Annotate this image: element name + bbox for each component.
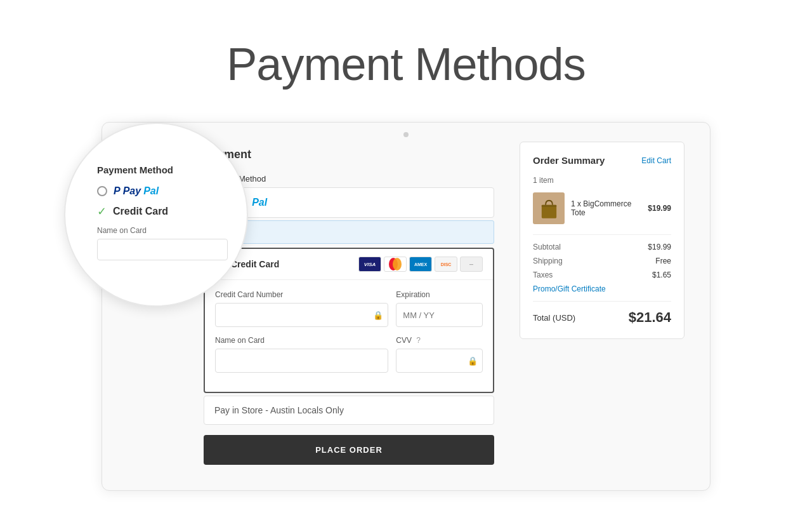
cvv-input-wrapper: 🔒	[396, 349, 483, 373]
shipping-label: Shipping	[533, 257, 563, 265]
magnifier-circle: Payment Method P PayPal ✓ Credit Card Na…	[64, 123, 248, 307]
cvv-group: CVV ? 🔒	[396, 336, 483, 373]
shipping-value: Free	[655, 257, 671, 265]
subtotal-label: Subtotal	[533, 243, 561, 251]
magnifier-name-input[interactable]	[97, 239, 228, 260]
pay-in-store-label: Pay in Store - Austin Locals Only	[214, 405, 344, 415]
credit-card-label: Credit Card	[113, 206, 168, 217]
credit-card-header[interactable]: ✓ Credit Card VISA AMEX DISC ···	[205, 249, 493, 279]
taxes-value: $1.65	[652, 271, 671, 279]
page-title: Payment Methods	[226, 38, 585, 90]
pay-in-store-item[interactable]: Pay in Store - Austin Locals Only	[204, 396, 494, 425]
subtotal-value: $19.99	[648, 243, 671, 251]
item-name: 1 x BigCommerce Tote	[571, 199, 641, 217]
order-summary-title: Order Summary	[533, 155, 605, 166]
subtotal-row: Subtotal $19.99	[533, 243, 671, 251]
divider-1	[533, 234, 671, 235]
payment-section-title: Payment	[204, 148, 494, 161]
total-row: Total (USD) $21.64	[533, 309, 671, 326]
mastercard-icon	[384, 257, 407, 272]
cc-lock-icon: 🔒	[373, 311, 383, 320]
item-details: 1 x BigCommerce Tote	[571, 199, 641, 217]
generic-card-icon: ···	[460, 257, 483, 272]
name-group: Name on Card	[215, 336, 388, 373]
promo-gift-link[interactable]: Promo/Gift Certificate	[533, 284, 671, 293]
divider-2	[533, 301, 671, 302]
name-cvv-row: Name on Card CVV ? 🔒	[215, 336, 483, 373]
item-image	[533, 192, 565, 224]
order-item: 1 x BigCommerce Tote $19.99	[533, 192, 671, 224]
discover-icon: DISC	[435, 257, 457, 272]
edit-cart-link[interactable]: Edit Cart	[641, 156, 671, 165]
right-panel: Order Summary Edit Cart 1 item 1 x BigCo…	[520, 142, 684, 465]
name-on-card-label: Name on Card	[215, 336, 388, 345]
cc-number-input[interactable]	[215, 303, 388, 327]
payment-method-label: Payment Method	[204, 174, 494, 184]
item-price: $19.99	[648, 204, 671, 213]
order-summary: Order Summary Edit Cart 1 item 1 x BigCo…	[520, 142, 684, 339]
card-icons: VISA AMEX DISC ···	[358, 257, 483, 272]
amex-icon: AMEX	[409, 257, 432, 272]
browser-window: Payment Method P PayPal ✓ Credit Card Na…	[102, 122, 710, 491]
expiration-label: Expiration	[396, 290, 483, 299]
cc-number-row: Credit Card Number 🔒 Expiration	[215, 290, 483, 327]
left-panel: Payment Method P PayPal ✓ Credit Card Na…	[128, 142, 494, 465]
cc-number-label: Credit Card Number	[215, 290, 388, 299]
order-summary-header: Order Summary Edit Cart	[533, 155, 671, 166]
magnifier-title: Payment Method	[97, 164, 228, 175]
credit-card-name: Credit Card	[231, 259, 279, 269]
tote-bag-svg	[538, 197, 560, 220]
expiration-group: Expiration	[396, 290, 483, 327]
magnifier-field-label: Name on Card	[97, 226, 228, 235]
taxes-label: Taxes	[533, 271, 553, 279]
cvv-label: CVV ?	[396, 336, 483, 345]
total-value: $21.64	[629, 309, 671, 326]
payment-section: Payment Payment Method P PayPal PayPal ✓…	[204, 148, 494, 465]
shipping-row: Shipping Free	[533, 257, 671, 265]
svg-rect-0	[541, 204, 556, 218]
magnifier-paypal-option[interactable]: P PayPal	[97, 185, 228, 197]
visa-icon: VISA	[358, 257, 381, 272]
cvv-lock-icon: 🔒	[468, 356, 478, 366]
place-order-button[interactable]: PLACE ORDER	[204, 435, 494, 465]
paypal-logo: P PayPal	[114, 185, 159, 197]
svg-rect-1	[541, 204, 556, 206]
cc-number-group: Credit Card Number 🔒	[215, 290, 388, 327]
item-count: 1 item	[533, 176, 671, 185]
magnifier-credit-card-option[interactable]: ✓ Credit Card	[97, 204, 228, 218]
name-on-card-input[interactable]	[215, 349, 388, 373]
total-label: Total (USD)	[533, 313, 575, 323]
paypal-radio[interactable]	[97, 186, 107, 196]
cvv-help-icon[interactable]: ?	[416, 336, 421, 345]
expiration-input[interactable]	[396, 303, 483, 327]
cc-number-input-wrapper: 🔒	[215, 303, 388, 327]
taxes-row: Taxes $1.65	[533, 271, 671, 279]
credit-card-method-item[interactable]: ✓ Credit Card VISA AMEX DISC ···	[204, 248, 494, 393]
credit-card-form: Credit Card Number 🔒 Expiration	[205, 279, 493, 392]
browser-dot	[403, 132, 409, 137]
credit-card-check-icon: ✓	[97, 204, 107, 218]
